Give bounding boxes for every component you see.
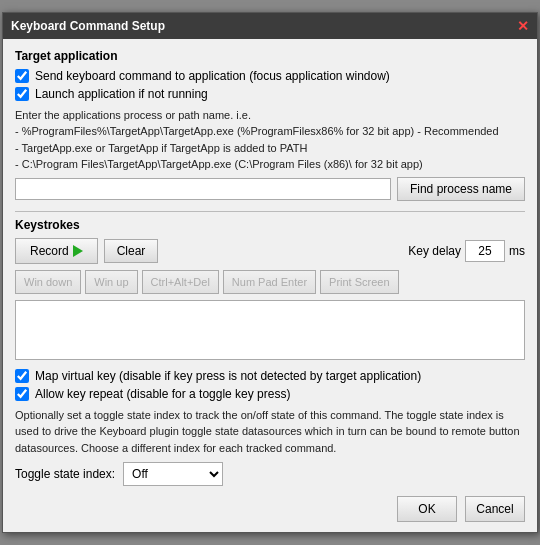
footer-buttons: OK Cancel (15, 496, 525, 522)
close-button[interactable]: ✕ (517, 19, 529, 33)
win-down-button[interactable]: Win down (15, 270, 81, 294)
keystrokes-textarea[interactable] (15, 300, 525, 360)
ctrl-alt-del-button[interactable]: Ctrl+Alt+Del (142, 270, 219, 294)
key-delay-unit: ms (509, 244, 525, 258)
find-process-button[interactable]: Find process name (397, 177, 525, 201)
toggle-state-select[interactable]: Off 1 2 3 4 5 6 7 8 (123, 462, 223, 486)
target-application-section: Target application Send keyboard command… (15, 49, 525, 201)
num-pad-enter-button[interactable]: Num Pad Enter (223, 270, 316, 294)
allow-key-repeat-checkbox[interactable] (15, 387, 29, 401)
send-keyboard-checkbox[interactable] (15, 69, 29, 83)
record-button[interactable]: Record (15, 238, 98, 264)
map-virtual-key-label: Map virtual key (disable if key press is… (35, 369, 421, 383)
record-label: Record (30, 244, 69, 258)
toggle-description: Optionally set a toggle state index to t… (15, 407, 525, 457)
map-virtual-key-checkbox[interactable] (15, 369, 29, 383)
path-row: Find process name (15, 177, 525, 201)
allow-key-repeat-row: Allow key repeat (disable for a toggle k… (15, 387, 525, 401)
dialog-title: Keyboard Command Setup (11, 19, 165, 33)
record-icon (73, 245, 83, 257)
divider-1 (15, 211, 525, 212)
send-keyboard-label: Send keyboard command to application (fo… (35, 69, 390, 83)
send-keyboard-row: Send keyboard command to application (fo… (15, 69, 525, 83)
key-delay-label: Key delay (408, 244, 461, 258)
map-virtual-key-row: Map virtual key (disable if key press is… (15, 369, 525, 383)
launch-app-label: Launch application if not running (35, 87, 208, 101)
toggle-state-label: Toggle state index: (15, 467, 115, 481)
toggle-row: Toggle state index: Off 1 2 3 4 5 6 7 8 (15, 462, 525, 486)
allow-key-repeat-label: Allow key repeat (disable for a toggle k… (35, 387, 290, 401)
win-up-button[interactable]: Win up (85, 270, 137, 294)
keyboard-command-dialog: Keyboard Command Setup ✕ Target applicat… (2, 12, 538, 534)
clear-button[interactable]: Clear (104, 239, 159, 263)
key-delay-row: Key delay ms (408, 240, 525, 262)
path-description: Enter the applications process or path n… (15, 107, 525, 173)
ok-button[interactable]: OK (397, 496, 457, 522)
title-bar: Keyboard Command Setup ✕ (3, 13, 537, 39)
keystrokes-section: Keystrokes Record Clear Key delay ms Win… (15, 218, 525, 401)
launch-app-row: Launch application if not running (15, 87, 525, 101)
special-keys-row: Win down Win up Ctrl+Alt+Del Num Pad Ent… (15, 270, 525, 294)
key-delay-input[interactable] (465, 240, 505, 262)
dialog-content: Target application Send keyboard command… (3, 39, 537, 533)
path-input[interactable] (15, 178, 391, 200)
toggle-state-section: Optionally set a toggle state index to t… (15, 407, 525, 487)
print-screen-button[interactable]: Print Screen (320, 270, 399, 294)
cancel-button[interactable]: Cancel (465, 496, 525, 522)
keystrokes-controls-row: Record Clear Key delay ms (15, 238, 525, 264)
launch-app-checkbox[interactable] (15, 87, 29, 101)
target-app-header: Target application (15, 49, 525, 63)
keystrokes-header: Keystrokes (15, 218, 525, 232)
